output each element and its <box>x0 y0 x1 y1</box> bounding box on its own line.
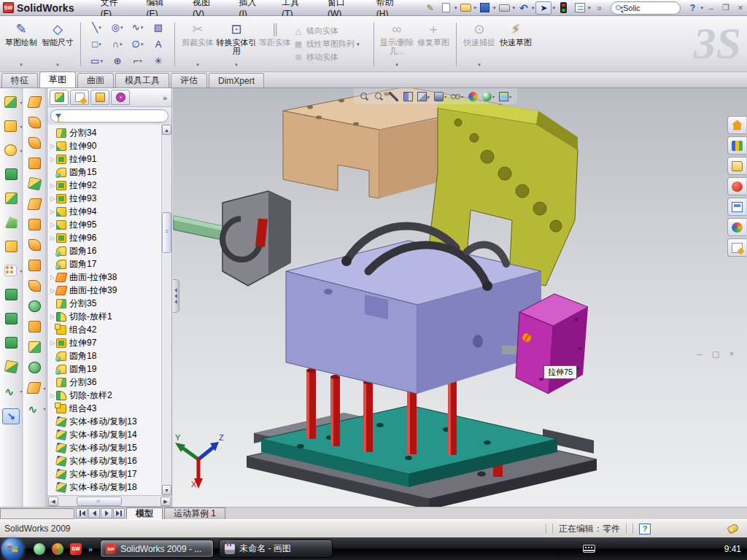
prev-tab-button[interactable] <box>88 508 100 518</box>
feature-tool-button[interactable]: ▾ <box>2 359 20 375</box>
sketch-entity-button[interactable]: A▾ <box>148 36 169 52</box>
expand-arrow-icon[interactable]: ▷ <box>49 392 56 399</box>
last-tab-button[interactable] <box>113 508 125 518</box>
command-tab[interactable]: DimXpert <box>209 73 264 88</box>
view-tool-button[interactable]: ▾ <box>389 92 398 101</box>
feature-tree-item[interactable]: ▷ 圆角18 <box>49 349 171 362</box>
feature-tree-item[interactable]: ▷ 分割34 <box>49 126 171 139</box>
tree-vertical-scrollbar[interactable]: ▲ ▼ <box>161 125 171 495</box>
featuremanager-tab[interactable] <box>50 90 69 105</box>
sketch-entity-button[interactable]: ✳▾ <box>148 52 169 69</box>
doc-restore-button[interactable]: ▢ <box>709 349 722 359</box>
expand-arrow-icon[interactable]: ▷ <box>49 209 56 215</box>
tray-icon[interactable] <box>604 543 615 554</box>
trim-entities-button[interactable]: ✂ 剪裁实体▾ <box>179 18 216 70</box>
tree-horizontal-scrollbar[interactable]: ◀ ▶ <box>47 495 171 506</box>
sketch-entity-button[interactable]: □▾ <box>86 36 107 52</box>
feature-tree-item[interactable]: ▷ 圆角16 <box>49 244 171 257</box>
doc-minimize-button[interactable]: – <box>693 349 706 359</box>
scroll-left-button[interactable]: ◀ <box>48 497 58 506</box>
help-button[interactable]: ? <box>685 1 700 15</box>
save-button[interactable] <box>478 1 492 15</box>
hscroll-thumb[interactable] <box>77 497 122 506</box>
feature-tree-item[interactable]: ▷ 圆角17 <box>49 257 171 271</box>
feature-tool-button[interactable]: ▾ <box>2 262 20 279</box>
feature-tool-button[interactable]: ▾ <box>2 238 20 254</box>
tray-icon[interactable] <box>633 543 644 554</box>
configurationmanager-tab[interactable] <box>90 90 109 105</box>
mold-tool-button[interactable]: ▾ <box>26 217 43 233</box>
feature-tree-item[interactable]: ▷ 组合43 <box>49 402 171 415</box>
options-button[interactable] <box>573 1 587 15</box>
feature-tree-item[interactable]: ▷ 实体-移动/复制17 <box>49 467 171 481</box>
mold-tool-button[interactable]: ▾ <box>26 278 43 294</box>
sketch-entity-button[interactable]: ◎▾ <box>107 19 128 36</box>
open-button[interactable] <box>458 1 473 15</box>
toolbar-overflow-icon[interactable]: » <box>592 1 606 15</box>
feature-tree-item[interactable]: ▷ 实体-移动/复制18 <box>49 481 171 494</box>
feature-tree-item[interactable]: ▷ 拉伸90 <box>49 139 171 152</box>
sketch-button[interactable]: ✎ 草图绘制▾ <box>3 18 39 70</box>
move-entities-button[interactable]: ⊞ 移动实体 <box>293 52 369 63</box>
model-tab[interactable]: 运动算例 1 <box>164 508 225 519</box>
mold-tool-button[interactable]: ▾ <box>26 319 43 335</box>
model-tab[interactable]: 模型 <box>126 508 163 519</box>
panel-expand-chevron[interactable]: » <box>163 93 169 102</box>
minimize-button[interactable]: – <box>705 2 718 14</box>
smart-dimension-button[interactable]: ◇ 智能尺寸▾ <box>39 18 76 70</box>
expand-arrow-icon[interactable]: ▷ <box>49 314 56 320</box>
messenger-quicklaunch-icon[interactable] <box>34 543 45 555</box>
scroll-down-button[interactable]: ▼ <box>162 485 171 495</box>
view-tool-button[interactable]: ▾ <box>403 92 413 101</box>
display-delete-relations-button[interactable]: ∞ 显示/删除几...▾ <box>379 18 415 70</box>
mold-tool-button[interactable]: ▾ <box>26 196 43 212</box>
feature-tree-item[interactable]: ▷ 拉伸97 <box>49 336 171 349</box>
sketch-entity-button[interactable]: ▧▾ <box>148 19 169 36</box>
mold-tool-button[interactable]: ▾ <box>26 176 43 192</box>
feature-tool-button[interactable]: ▾ <box>2 118 20 134</box>
expand-arrow-icon[interactable]: ▷ <box>49 156 56 163</box>
feature-tree-item[interactable]: ▷ 拉伸93 <box>49 192 171 205</box>
feature-tree-item[interactable]: ▷ 圆角19 <box>49 362 171 376</box>
view-tool-button[interactable]: ▾ <box>434 92 446 101</box>
tray-icon[interactable] <box>677 543 688 554</box>
solidworks-quicklaunch-icon[interactable]: SW <box>70 543 82 555</box>
feature-tree-item[interactable]: ▷ 曲面-拉伸39 <box>49 284 171 297</box>
mold-tool-button[interactable]: ▾ <box>26 94 43 110</box>
select-tool-button[interactable]: ➤ <box>535 1 551 15</box>
view-tool-button[interactable]: ▾ <box>374 92 384 101</box>
feature-tree-item[interactable]: ▷ 切除-放样1 <box>49 310 171 323</box>
sketch-entity-button[interactable]: ∿▾ <box>127 19 148 36</box>
mold-tool-button[interactable]: ▾ <box>26 114 43 131</box>
tray-icon[interactable] <box>648 543 659 554</box>
expand-arrow-icon[interactable]: ▷ <box>49 182 56 189</box>
start-button[interactable] <box>1 538 23 560</box>
dimxpertmanager-tab[interactable] <box>111 90 130 105</box>
view-tool-button[interactable]: ▾ <box>451 92 463 101</box>
expand-arrow-icon[interactable]: ▷ <box>49 235 56 241</box>
view-tool-button[interactable]: ▾ <box>417 92 430 101</box>
expand-arrow-icon[interactable]: ▷ <box>49 340 56 346</box>
feature-tree-item[interactable]: ▷ 实体-移动/复制16 <box>49 454 171 467</box>
feature-tool-button[interactable]: ▾ <box>2 383 20 399</box>
search-box[interactable]: ▾ <box>611 1 681 15</box>
command-tab[interactable]: 草图 <box>39 71 76 88</box>
feature-tree-item[interactable]: ▷ 拉伸92 <box>49 179 171 192</box>
close-button[interactable]: × <box>734 2 747 14</box>
feature-tree-item[interactable]: ▷ 拉伸96 <box>49 231 171 244</box>
stoplight-rebuild-icon[interactable] <box>557 1 571 15</box>
mold-tool-button[interactable]: ▾ <box>26 339 43 355</box>
tray-icon[interactable] <box>619 543 630 554</box>
feature-tree-item[interactable]: ▷ 切除-放样2 <box>49 389 171 402</box>
graphics-viewport[interactable]: Y Z X ▾ ▾ ▾ ▾ <box>173 88 747 507</box>
feature-tool-button[interactable]: ▾ <box>2 166 20 182</box>
taskbar-window-button[interactable]: SW SolidWorks 2009 - ... <box>100 540 214 558</box>
quick-snaps-button[interactable]: ⊙ 快速捕捉▾ <box>461 18 498 70</box>
feature-tool-button[interactable]: ▾ <box>2 142 20 158</box>
tree-filter-input[interactable] <box>50 109 169 122</box>
mold-tool-button[interactable]: ▾ <box>26 380 43 396</box>
feature-tree-item[interactable]: ▷ 分割35 <box>49 297 171 310</box>
feature-tool-button[interactable]: ▾ <box>2 214 20 230</box>
command-tab[interactable]: 评估 <box>171 73 207 88</box>
sketch-entity-button[interactable]: ∅▾ <box>127 36 148 52</box>
